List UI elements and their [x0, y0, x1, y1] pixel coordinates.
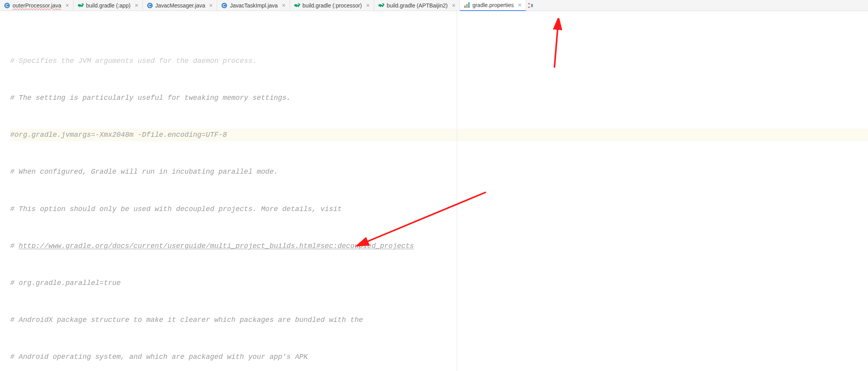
editor-tab[interactable]: C JavacTaskImpl.java ✕	[217, 0, 290, 11]
tab-label: outerProcessor.java	[13, 2, 61, 9]
tab-label: build.gradle (APTBaijin2)	[387, 2, 448, 9]
editor-tab-bar: C outerProcessor.java ✕ build.gradle (:a…	[0, 0, 868, 11]
code-line: # This option should only be used with d…	[10, 203, 868, 215]
editor-tab[interactable]: gradle.properties ✕	[460, 0, 526, 11]
code-editor[interactable]: # Specifies the JVM arguments used for t…	[0, 11, 868, 371]
class-icon: C	[4, 2, 10, 9]
svg-line-11	[359, 192, 486, 245]
svg-text:C: C	[6, 3, 9, 8]
properties-icon	[464, 2, 470, 8]
editor-tab[interactable]: build.gradle (APTBaijin2) ✕	[374, 0, 460, 11]
tab-label: build.gradle (:processor)	[303, 2, 362, 9]
editor-tab[interactable]: C JavacMessager.java ✕	[143, 0, 218, 11]
svg-rect-8	[468, 2, 470, 8]
svg-rect-9	[531, 4, 533, 7]
svg-rect-6	[464, 6, 466, 8]
code-line: # http://www.gradle.org/docs/current/use…	[10, 240, 868, 252]
svg-text:C: C	[223, 3, 226, 8]
tab-label: build.gradle (:app)	[86, 2, 131, 9]
code-line: # The setting is particularly useful for…	[10, 92, 868, 104]
code-line: #org.gradle.jvmargs=-Xmx2048m -Dfile.enc…	[10, 129, 868, 141]
code-line: # When configured, Gradle will run in in…	[10, 166, 868, 178]
close-icon[interactable]: ✕	[135, 3, 139, 8]
link[interactable]: http://www.gradle.org/docs/current/userg…	[19, 242, 414, 250]
class-icon: C	[221, 2, 227, 9]
tab-label: JavacMessager.java	[155, 2, 205, 9]
code-line: # org.gradle.parallel=true	[10, 277, 868, 289]
code-line: # AndroidX package structure to make it …	[10, 314, 868, 326]
close-icon[interactable]: ✕	[209, 3, 213, 8]
svg-rect-7	[466, 4, 468, 8]
gradle-icon	[378, 2, 384, 9]
editor-tab[interactable]: C outerProcessor.java ✕	[0, 0, 74, 11]
tabs-overflow-icon[interactable]	[526, 0, 535, 11]
close-icon[interactable]: ✕	[518, 2, 522, 8]
svg-text:C: C	[148, 3, 151, 8]
tab-label: JavacTaskImpl.java	[230, 2, 277, 9]
close-icon[interactable]: ✕	[452, 3, 456, 8]
close-icon[interactable]: ✕	[282, 3, 286, 8]
class-icon: C	[147, 2, 153, 9]
gradle-icon	[78, 2, 84, 9]
editor-tab[interactable]: build.gradle (:processor) ✕	[290, 0, 374, 11]
code-line: # Specifies the JVM arguments used for t…	[10, 55, 868, 67]
tab-label: gradle.properties	[473, 2, 514, 8]
editor-tab[interactable]: build.gradle (:app) ✕	[74, 0, 143, 11]
gradle-icon	[294, 2, 300, 9]
code-line: # Android operating system, and which ar…	[10, 351, 868, 363]
close-icon[interactable]: ✕	[366, 3, 370, 8]
close-icon[interactable]: ✕	[65, 3, 69, 8]
